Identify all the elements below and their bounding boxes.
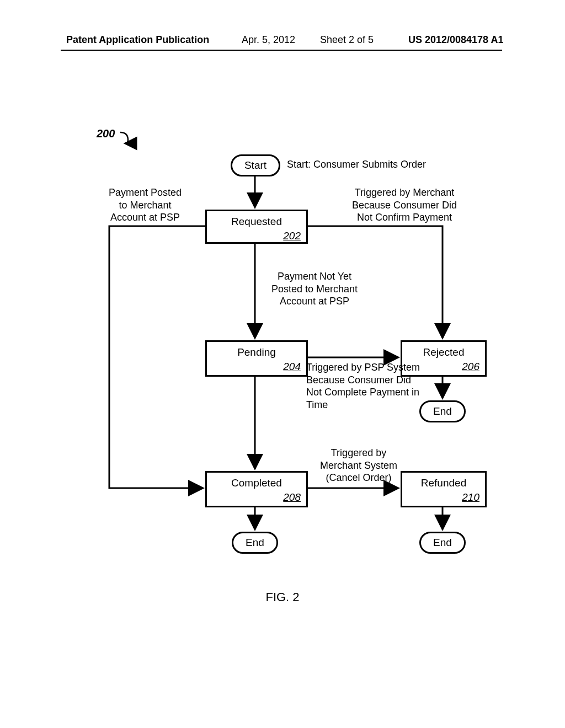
anno-cancel: Triggered byMerchant System(Cancel Order…	[309, 447, 408, 484]
state-completed: Completed 208	[205, 471, 308, 507]
state-requested-label: Requested	[207, 216, 306, 228]
anno-notposted: Payment Not YetPosted to MerchantAccount…	[259, 270, 370, 308]
anno-posted: Payment Postedto MerchantAccount at PSP	[98, 186, 192, 224]
flowchart: 200 Start Start: Consumer Submits	[0, 0, 565, 728]
figure-caption: FIG. 2	[0, 590, 565, 604]
anno-psp-trigger: Triggered by PSP SystemBecause Consumer …	[306, 361, 444, 411]
state-rejected-label: Rejected	[402, 346, 485, 358]
start-caption: Start: Consumer Submits Order	[287, 158, 426, 171]
state-refunded-label: Refunded	[402, 477, 485, 489]
end-label-3: End	[433, 537, 452, 548]
state-pending-label: Pending	[207, 346, 306, 358]
end-label-2: End	[246, 537, 264, 548]
state-completed-label: Completed	[207, 477, 306, 489]
state-requested: Requested 202	[205, 210, 308, 244]
state-refunded: Refunded 210	[401, 471, 487, 507]
anno-merchant-trigger: Triggered by MerchantBecause Consumer Di…	[341, 186, 468, 224]
start-node: Start	[231, 154, 280, 176]
start-label: Start	[244, 159, 266, 171]
state-pending-ref: 204	[207, 361, 306, 373]
state-completed-ref: 208	[207, 491, 306, 504]
end-node-refunded: End	[419, 532, 466, 554]
state-refunded-ref: 210	[402, 491, 485, 504]
state-pending: Pending 204	[205, 340, 308, 377]
end-node-completed: End	[232, 532, 278, 554]
state-requested-ref: 202	[207, 230, 306, 242]
